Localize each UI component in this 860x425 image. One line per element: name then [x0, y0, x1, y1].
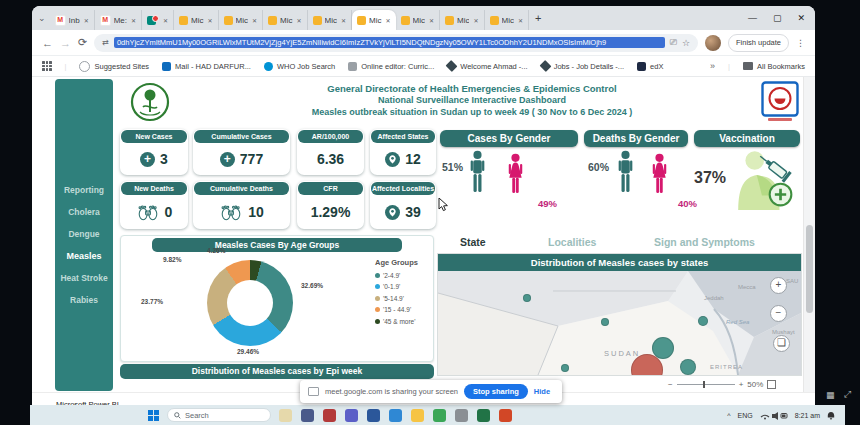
scrollbar-thumb[interactable] [806, 225, 813, 313]
zoom-slider-thumb[interactable] [703, 381, 706, 388]
tab-close-icon[interactable]: ✕ [429, 17, 434, 24]
forward-button[interactable]: → [60, 37, 71, 49]
bookmark-item[interactable]: Suggested Sites [79, 61, 149, 72]
states-map[interactable]: SUDANMeccaJeddahRed SeaERITREASAUMushayt… [438, 271, 801, 375]
map-zoom-out-button[interactable]: − [770, 305, 787, 322]
app-teams[interactable] [345, 409, 358, 422]
kpi-card-cumulative-cases[interactable]: Cumulative Cases+777 [193, 129, 290, 175]
app-excel[interactable] [477, 409, 490, 422]
tab-close-icon[interactable]: ✕ [386, 17, 391, 24]
app-notion[interactable] [301, 409, 314, 422]
bookmark-item[interactable]: Online editor: Curric... [348, 62, 434, 71]
start-button[interactable] [148, 410, 159, 421]
case-bubble[interactable] [698, 316, 708, 326]
tab-close-icon[interactable]: ✕ [208, 17, 213, 24]
tab-close-icon[interactable]: ✕ [163, 17, 168, 24]
kpi-card-new-deaths[interactable]: New Deaths0 [120, 181, 188, 229]
app-settings[interactable] [455, 409, 468, 422]
tab-sign-and-symptoms[interactable]: Sign and Symptoms [654, 236, 755, 248]
weather-widget[interactable] [279, 409, 292, 422]
hide-button[interactable]: Hide [534, 387, 550, 396]
bookmark-item[interactable]: Jobs - Job Details -... [541, 62, 624, 71]
tab-close-icon[interactable]: ✕ [297, 17, 302, 24]
browser-tab[interactable]: Mic✕ [219, 10, 263, 30]
kpi-card-ar-100-000[interactable]: AR/100,0006.36 [297, 129, 364, 175]
close-button[interactable]: ✕ [797, 13, 805, 23]
zoom-plus-icon[interactable]: + [739, 380, 744, 389]
sidebar-item-cholera[interactable]: Cholera [55, 201, 113, 223]
browser-tab[interactable]: Mic✕ [485, 10, 529, 30]
address-bar[interactable]: ⇄ 0dhYjcZYmItMmU1My00OGRiLWIxMTUtM2VjZjg… [94, 34, 698, 52]
new-tab-button[interactable]: + [535, 12, 541, 24]
finish-update-button[interactable]: Finish update [728, 34, 789, 52]
fullscreen-icon[interactable] [767, 380, 776, 389]
site-info-icon[interactable]: ⇄ [102, 38, 109, 47]
tray-status-icons[interactable] [760, 411, 788, 420]
bookmark-item[interactable]: WHO Job Search [264, 62, 335, 71]
deaths-by-gender-header[interactable]: Deaths By Gender [584, 130, 688, 147]
case-bubble[interactable] [680, 359, 696, 375]
tab-search-chevron-icon[interactable]: ⌄ [38, 13, 46, 23]
url-text[interactable]: 0dhYjcZYmItMmU1My00OGRiLWIxMTUtM2VjZjg4Y… [114, 37, 665, 48]
legend-item[interactable]: '2-4.9' [375, 272, 418, 279]
epi-week-panel-title[interactable]: Distribution of Measles cases by Epi wee… [120, 364, 434, 379]
legend-item[interactable]: '5-14.9' [375, 295, 418, 302]
bookmark-item[interactable]: Mail - HAD DARFUR... [162, 62, 251, 71]
tab-localities[interactable]: Localities [548, 236, 596, 248]
legend-item[interactable]: '0-1.9' [375, 283, 418, 290]
tab-close-icon[interactable]: ✕ [84, 17, 89, 24]
states-map-title[interactable]: Distribution of Measles cases by states [438, 254, 801, 271]
reload-button[interactable]: ⟳ [78, 36, 87, 49]
tray-chevron-icon[interactable]: ^ [727, 412, 730, 419]
notification-bell-icon[interactable] [827, 411, 835, 420]
browser-tab[interactable]: Mic✕ [174, 10, 218, 30]
page-scrollbar[interactable] [803, 77, 815, 392]
bookmark-star-icon[interactable]: ☆ [682, 38, 690, 48]
legend-item[interactable]: '15 - 44.9' [375, 306, 418, 313]
browser-tab[interactable]: Mic✕ [440, 10, 484, 30]
browser-tab[interactable]: MMe:✕ [95, 10, 142, 30]
browser-tab[interactable]: Mic✕ [308, 10, 352, 30]
tab-close-icon[interactable]: ✕ [518, 17, 523, 24]
app-edge[interactable] [389, 409, 402, 422]
map-fit-button[interactable]: ❏ [773, 335, 790, 352]
tab-state[interactable]: State [460, 236, 486, 248]
sidebar-item-rabies[interactable]: Rabies [55, 289, 113, 311]
browser-tab[interactable]: Mic✕ [263, 10, 307, 30]
kpi-card-new-cases[interactable]: New Cases+3 [120, 129, 188, 175]
restore-button[interactable]: ▢ [773, 13, 782, 23]
map-zoom-in-button[interactable]: + [770, 277, 787, 294]
app-chrome[interactable] [433, 409, 446, 422]
kpi-card-affected-states[interactable]: Affected States12 [370, 129, 436, 175]
app-powerpoint[interactable] [499, 409, 512, 422]
browser-tab[interactable]: Mic✕ [396, 10, 440, 30]
tab-close-icon[interactable]: ✕ [341, 17, 346, 24]
tab-close-icon[interactable]: ✕ [131, 17, 136, 24]
kpi-card-cumulative-deaths[interactable]: Cumulative Deaths10 [193, 181, 290, 229]
tab-close-icon[interactable]: ✕ [473, 17, 478, 24]
bookmarks-overflow-chevron[interactable]: » [710, 61, 715, 71]
browser-tab[interactable]: ✕ [142, 10, 174, 30]
file-explorer[interactable] [411, 409, 424, 422]
sidebar-item-measles[interactable]: Measles [55, 245, 113, 267]
profile-avatar[interactable] [705, 35, 721, 51]
browser-tab[interactable]: MInb✕ [50, 10, 95, 30]
kpi-card-affected-localities[interactable]: Affected Localities39 [370, 181, 436, 229]
zoom-slider-track[interactable] [677, 384, 735, 385]
sidebar-item-reporting[interactable]: Reporting [55, 179, 113, 201]
sidebar-item-dengue[interactable]: Dengue [55, 223, 113, 245]
zoom-minus-icon[interactable]: − [668, 380, 673, 389]
tab-close-icon[interactable]: ✕ [252, 17, 257, 24]
language-indicator[interactable]: ENG [738, 412, 753, 419]
legend-item[interactable]: '45 & more' [375, 318, 418, 325]
case-bubble[interactable] [561, 364, 569, 372]
clock[interactable]: 8:21 am [795, 412, 820, 419]
back-button[interactable]: ← [42, 37, 53, 49]
case-bubble[interactable] [601, 318, 609, 326]
sidebar-item-heat-stroke[interactable]: Heat Stroke [55, 267, 113, 289]
bookmark-item[interactable]: Welcome Ahmad -... [447, 62, 527, 71]
apps-grid-icon[interactable] [42, 61, 52, 71]
kpi-card-cfr[interactable]: CFR1.29% [297, 181, 364, 229]
all-bookmarks-button[interactable]: All Bookmarks [743, 62, 805, 71]
app-word[interactable] [367, 409, 380, 422]
